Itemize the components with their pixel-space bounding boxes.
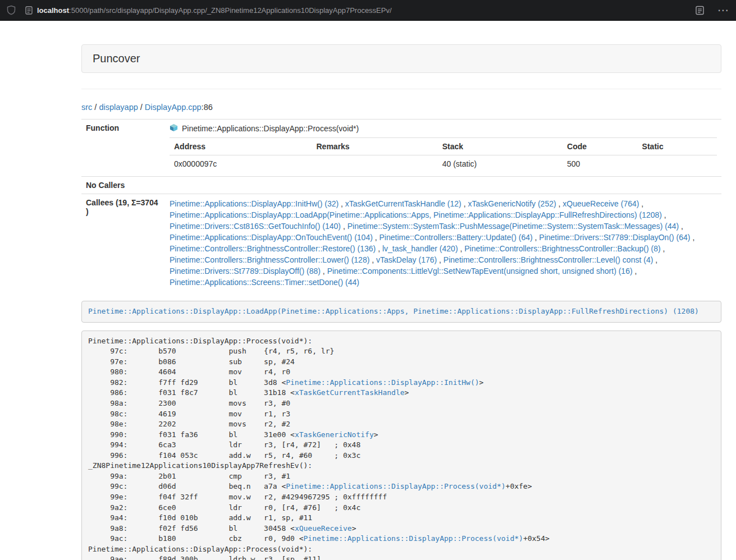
details-value-row: 0x0000097c 40 (static) 500 xyxy=(170,155,717,173)
menu-icon[interactable]: ⋯ xyxy=(717,4,729,16)
symbol-table: Function Pinetime::Applications::Display… xyxy=(81,119,721,292)
cell-address: 0x0000097c xyxy=(170,155,312,173)
details-header-row: Address Remarks Stack Code Static xyxy=(170,138,717,155)
cell-static xyxy=(638,155,717,173)
function-row: Function Pinetime::Applications::Display… xyxy=(81,120,721,177)
col-static: Static xyxy=(638,138,717,155)
no-callers-row: No Callers xyxy=(81,177,721,194)
callees-list: Pinetime::Applications::DisplayApp::Init… xyxy=(165,194,721,292)
cell-code: 500 xyxy=(563,155,638,173)
col-stack: Stack xyxy=(438,138,563,155)
reader-view-icon[interactable] xyxy=(696,6,704,15)
url-bar[interactable]: localhost:5000/path/src/displayapp/Displ… xyxy=(37,6,392,15)
app-header-panel: Puncover xyxy=(81,44,721,73)
callee-link[interactable]: Pinetime::Controllers::Battery::Update()… xyxy=(380,233,533,242)
callees-label: Callees (19, Σ=3704 ) xyxy=(81,194,165,292)
content: Puncover src / displayapp / DisplayApp.c… xyxy=(81,44,721,560)
callee-link[interactable]: xTaskGenericNotify (252) xyxy=(468,199,556,208)
callee-link[interactable]: Pinetime::Components::LittleVgl::SetNewT… xyxy=(327,267,633,276)
callee-link[interactable]: Pinetime::Drivers::Cst816S::GetTouchInfo… xyxy=(170,222,341,231)
breadcrumb-line-number: :86 xyxy=(202,103,213,112)
function-icon xyxy=(170,123,178,134)
url-host: localhost xyxy=(37,6,69,15)
callee-link[interactable]: lv_task_handler (420) xyxy=(382,244,458,253)
callee-link[interactable]: Pinetime::Controllers::BrightnessControl… xyxy=(444,255,653,264)
highlight-symbol-box: Pinetime::Applications::DisplayApp::Load… xyxy=(81,301,721,323)
asm-symbol-link[interactable]: xQueueReceive xyxy=(295,524,352,533)
callee-link[interactable]: Pinetime::Controllers::BrightnessControl… xyxy=(170,244,376,253)
url-path: :5000/path/src/displayapp/DisplayApp.cpp… xyxy=(69,6,392,15)
callee-link[interactable]: vTaskDelay (176) xyxy=(376,255,437,264)
function-signature: Pinetime::Applications::DisplayApp::Proc… xyxy=(182,124,359,133)
callee-link[interactable]: Pinetime::Controllers::BrightnessControl… xyxy=(170,255,369,264)
breadcrumb: src / displayapp / DisplayApp.cpp:86 xyxy=(81,103,721,112)
callee-link[interactable]: Pinetime::Drivers::St7789::DisplayOff() … xyxy=(170,267,321,276)
page-icon xyxy=(25,6,33,15)
callee-link[interactable]: Pinetime::System::SystemTask::PushMessag… xyxy=(348,222,679,231)
divider xyxy=(81,89,721,89)
no-callers-label: No Callers xyxy=(81,177,165,194)
shield-icon[interactable] xyxy=(7,5,16,15)
callee-link[interactable]: Pinetime::Controllers::BrightnessControl… xyxy=(464,244,660,253)
page-title: Puncover xyxy=(93,52,710,65)
function-signature-line: Pinetime::Applications::DisplayApp::Proc… xyxy=(170,123,717,134)
function-detail-cell: Pinetime::Applications::DisplayApp::Proc… xyxy=(165,120,721,177)
callee-link[interactable]: Pinetime::Drivers::St7789::DisplayOn() (… xyxy=(539,233,690,242)
assembly-block: Pinetime::Applications::DisplayApp::Proc… xyxy=(81,331,721,560)
highlight-symbol-link[interactable]: Pinetime::Applications::DisplayApp::Load… xyxy=(88,307,699,315)
breadcrumb-link[interactable]: displayapp xyxy=(99,103,138,112)
cell-remarks xyxy=(312,155,438,173)
callee-link[interactable]: Pinetime::Applications::Screens::Timer::… xyxy=(170,278,359,287)
breadcrumb-link[interactable]: src xyxy=(81,103,92,112)
no-callers-cell xyxy=(165,177,721,194)
asm-symbol-link[interactable]: Pinetime::Applications::DisplayApp::Proc… xyxy=(304,534,523,543)
col-address: Address xyxy=(170,138,312,155)
breadcrumb-link[interactable]: DisplayApp.cpp xyxy=(145,103,202,112)
asm-symbol-link[interactable]: xTaskGetCurrentTaskHandle xyxy=(295,388,405,397)
function-label: Function xyxy=(81,120,165,177)
callees-row: Callees (19, Σ=3704 ) Pinetime::Applicat… xyxy=(81,194,721,292)
col-remarks: Remarks xyxy=(312,138,438,155)
asm-symbol-link[interactable]: Pinetime::Applications::DisplayApp::Init… xyxy=(286,378,479,387)
cell-stack: 40 (static) xyxy=(438,155,563,173)
callee-link[interactable]: Pinetime::Applications::DisplayApp::OnTo… xyxy=(170,233,373,242)
callee-link[interactable]: xQueueReceive (764) xyxy=(563,199,639,208)
asm-symbol-link[interactable]: Pinetime::Applications::DisplayApp::Proc… xyxy=(286,482,505,490)
callee-link[interactable]: xTaskGetCurrentTaskHandle (12) xyxy=(345,199,461,208)
function-details-table: Address Remarks Stack Code Static 0x0000… xyxy=(170,137,717,172)
browser-topbar: localhost:5000/path/src/displayapp/Displ… xyxy=(0,0,736,21)
col-code: Code xyxy=(563,138,638,155)
callee-link[interactable]: Pinetime::Applications::DisplayApp::Load… xyxy=(170,210,662,219)
callee-link[interactable]: Pinetime::Applications::DisplayApp::Init… xyxy=(170,199,339,208)
asm-symbol-link[interactable]: xTaskGenericNotify xyxy=(295,430,374,439)
